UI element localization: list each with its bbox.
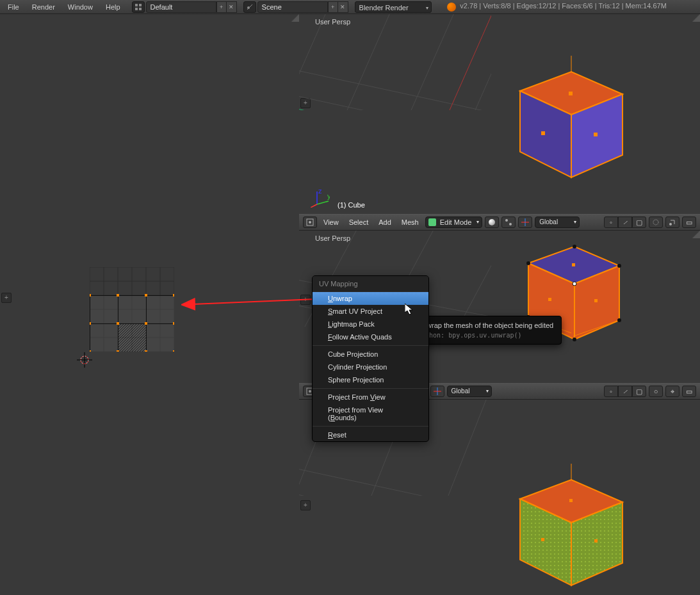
svg-rect-20 bbox=[118, 295, 146, 323]
mode-selector[interactable]: Edit Mode bbox=[425, 216, 483, 228]
svg-line-47 bbox=[299, 91, 491, 110]
menu-file[interactable]: File bbox=[3, 2, 24, 12]
menu-item-cube-projection[interactable]: Cube Projection bbox=[313, 348, 428, 361]
uv-toolbar-expand-button[interactable]: + bbox=[1, 293, 12, 303]
proportional-edit-icon[interactable] bbox=[649, 216, 663, 228]
svg-rect-38 bbox=[173, 322, 174, 325]
vert-select-icon[interactable]: ◦ bbox=[604, 216, 618, 228]
uv-mapping-menu: UV Mapping Unwrap Smart UV Project Light… bbox=[312, 275, 429, 442]
face-select-icon[interactable]: ▢ bbox=[632, 386, 646, 397]
layout-add-button[interactable]: + bbox=[216, 1, 227, 13]
render-border-icon[interactable]: ▭ bbox=[682, 386, 696, 397]
manipulator-icon[interactable] bbox=[518, 216, 532, 228]
scene-remove-button[interactable]: ✕ bbox=[338, 1, 348, 13]
menu-item-reset[interactable]: Reset bbox=[313, 428, 428, 441]
axis-gizmo-icon: z y bbox=[311, 188, 330, 208]
svg-line-51 bbox=[299, 14, 331, 110]
header-menu-mesh[interactable]: Mesh bbox=[398, 218, 423, 226]
layout-selector-group: + ✕ bbox=[132, 1, 237, 13]
edge-select-icon[interactable]: ⟋ bbox=[618, 386, 632, 397]
svg-rect-34 bbox=[173, 294, 174, 297]
orientation-selector[interactable]: Global bbox=[535, 216, 580, 228]
tooltip: Unwrap the mesh of the object being edit… bbox=[409, 316, 562, 345]
header-menu-add[interactable]: Add bbox=[375, 218, 395, 226]
cube-object bbox=[510, 56, 632, 187]
layout-name-input[interactable] bbox=[146, 1, 216, 13]
svg-rect-63 bbox=[569, 92, 573, 95]
svg-point-96 bbox=[526, 261, 530, 265]
viewport-header-toolbar: View Select Add Mesh Edit Mode Global ◦ … bbox=[299, 214, 700, 231]
svg-marker-134 bbox=[405, 304, 412, 314]
blender-logo-icon bbox=[447, 3, 456, 12]
menu-item-unwrap[interactable]: Unwrap bbox=[313, 292, 428, 305]
svg-rect-127 bbox=[594, 539, 598, 542]
scene-name-input[interactable] bbox=[257, 1, 328, 13]
2d-cursor-icon bbox=[77, 352, 92, 368]
svg-rect-64 bbox=[541, 131, 545, 135]
svg-rect-126 bbox=[541, 538, 544, 541]
svg-line-53 bbox=[363, 14, 459, 110]
svg-line-110 bbox=[299, 464, 491, 496]
menu-item-project-bounds[interactable]: Project from View (Bounds) bbox=[313, 403, 428, 424]
header-menu-select[interactable]: Select bbox=[345, 218, 373, 226]
svg-rect-125 bbox=[569, 499, 573, 502]
svg-rect-19 bbox=[90, 295, 118, 323]
panel-corner-handle[interactable] bbox=[692, 14, 700, 22]
header-menu-view[interactable]: View bbox=[320, 218, 343, 226]
svg-line-71 bbox=[311, 204, 317, 208]
panel-corner-handle[interactable] bbox=[692, 231, 700, 238]
uv-layout[interactable] bbox=[90, 267, 174, 352]
svg-point-101 bbox=[573, 338, 576, 341]
svg-rect-36 bbox=[117, 322, 119, 325]
scene-add-button[interactable]: + bbox=[328, 1, 338, 13]
svg-point-99 bbox=[573, 282, 576, 286]
svg-rect-0 bbox=[135, 4, 138, 6]
editor-type-icon[interactable] bbox=[303, 216, 317, 228]
vert-select-icon[interactable]: ◦ bbox=[604, 386, 618, 397]
edge-select-icon[interactable]: ⟋ bbox=[618, 216, 632, 228]
face-select-icon[interactable]: ▢ bbox=[632, 216, 646, 228]
svg-line-116 bbox=[472, 400, 491, 496]
svg-line-58 bbox=[299, 104, 491, 110]
svg-rect-24 bbox=[146, 323, 174, 352]
svg-text:z: z bbox=[318, 188, 322, 195]
svg-point-73 bbox=[309, 221, 311, 224]
svg-rect-22 bbox=[90, 323, 118, 352]
orientation-selector[interactable]: Global bbox=[447, 386, 492, 397]
render-engine-selector[interactable]: Blender Render bbox=[355, 1, 432, 13]
panel-corner-handle[interactable] bbox=[291, 14, 299, 22]
proportional-edit-icon[interactable]: ○ bbox=[649, 386, 663, 397]
cube-object-textured[interactable] bbox=[510, 464, 632, 595]
svg-point-98 bbox=[617, 264, 621, 268]
menu-item-lightmap[interactable]: Lightmap Pack bbox=[313, 318, 428, 330]
scene-browse-icon[interactable] bbox=[243, 1, 256, 13]
viewport-label: User Persp bbox=[315, 234, 350, 242]
viewport-top[interactable]: + User Persp (1) Cube z y bbox=[299, 14, 700, 214]
menu-render[interactable]: Render bbox=[27, 2, 60, 12]
pivot-icon[interactable] bbox=[501, 216, 516, 228]
svg-rect-94 bbox=[548, 298, 551, 301]
svg-line-85 bbox=[421, 231, 491, 327]
select-mode-cluster: ◦ ⟋ ▢ bbox=[604, 216, 646, 228]
object-name-label: (1) Cube bbox=[338, 201, 365, 209]
menu-help[interactable]: Help bbox=[101, 2, 126, 12]
menu-item-project-from-view[interactable]: Project From View bbox=[313, 391, 428, 403]
layout-browse-icon[interactable] bbox=[132, 1, 145, 13]
svg-point-75 bbox=[509, 223, 512, 225]
menu-window[interactable]: Window bbox=[63, 2, 98, 12]
snap-icon[interactable] bbox=[665, 216, 680, 228]
svg-rect-40 bbox=[117, 350, 119, 352]
menu-item-follow-quads[interactable]: Follow Active Quads bbox=[313, 330, 428, 343]
svg-point-78 bbox=[653, 220, 658, 225]
shading-mode-icon[interactable] bbox=[485, 216, 499, 228]
layout-remove-button[interactable]: ✕ bbox=[227, 1, 237, 13]
menu-item-cylinder-projection[interactable]: Cylinder Projection bbox=[313, 361, 428, 373]
svg-rect-2 bbox=[135, 8, 138, 10]
svg-rect-93 bbox=[572, 263, 575, 266]
render-border-icon[interactable]: ▭ bbox=[682, 216, 696, 228]
toolbar-expand-button[interactable]: + bbox=[300, 500, 311, 510]
snap-icon[interactable]: ⌖ bbox=[665, 386, 680, 397]
manipulator-icon[interactable] bbox=[430, 386, 444, 397]
menu-item-sphere-projection[interactable]: Sphere Projection bbox=[313, 373, 428, 386]
top-menu-bar: File Render Window Help + ✕ + ✕ Blender … bbox=[0, 0, 700, 14]
